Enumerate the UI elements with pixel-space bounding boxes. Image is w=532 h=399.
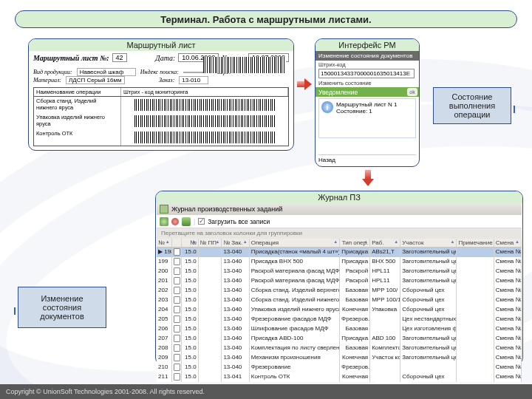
search-label: Индекс поиска: <box>140 69 179 75</box>
route-number: 42 <box>112 53 127 62</box>
route-barcode <box>203 57 286 73</box>
barcode-label: Штрих-код <box>318 61 416 68</box>
callout-operation-state: Состояниевыполненияоперации <box>433 87 511 124</box>
table-row[interactable]: 21115.013-041Контроль ОТККонечнаяСборочн… <box>157 372 522 382</box>
journal-table[interactable]: №▲ №▲ № ПП▲ № Зак.▲ Операция▲ Тип опер.▲… <box>157 239 522 382</box>
back-button[interactable]: Назад <box>318 154 416 163</box>
document-icon <box>174 296 180 304</box>
document-icon <box>174 325 180 332</box>
document-icon <box>174 354 180 361</box>
barcode-icon <box>134 115 275 127</box>
document-icon <box>174 373 180 381</box>
col-barcode: Штрих - код мониторинга <box>121 88 288 96</box>
col-smena[interactable]: Смена <box>496 239 514 246</box>
route-sheet-panel: Маршрутный лист Маршрутный лист №: 42 Да… <box>28 38 294 151</box>
document-icon <box>174 344 180 352</box>
route-row-label: Сборка станд. Изделий нижнего яруса <box>34 97 121 113</box>
table-row[interactable]: 20815.013-040Комплектация по листу сверл… <box>157 344 522 353</box>
table-row[interactable]: 20215.013-040Сборка станд. Изделий верхн… <box>157 286 522 296</box>
table-row[interactable]: 20715.013-040Присадка ABD-100ПрисадкаABD… <box>157 334 522 344</box>
order-value: 13-010 <box>179 76 208 84</box>
table-row[interactable]: 20615.013-040Шлифование фасадов МДФБазов… <box>157 324 522 334</box>
notif-line2: Состояние: 1 <box>336 108 397 115</box>
table-row[interactable]: 20415.013-040Упаковка изделий нижнего яр… <box>157 305 522 315</box>
col-npp[interactable]: № ПП <box>200 239 216 246</box>
callout-line: операции <box>454 110 490 119</box>
load-all-checkbox[interactable] <box>198 218 205 225</box>
callout-line: состояния <box>43 303 81 312</box>
col-rab[interactable]: Раб. <box>372 239 383 246</box>
notification-body: i Маршрутный лист N 1 Состояние: 1 <box>318 98 416 138</box>
stop-icon[interactable] <box>171 218 179 225</box>
document-icon <box>174 306 180 313</box>
col-op-name: Наименование операции <box>34 88 121 96</box>
col-n[interactable]: № <box>158 239 165 246</box>
rm-title: Интерфейс РМ <box>316 39 419 51</box>
document-icon <box>174 267 180 275</box>
footer: Copyright © UnionSoft Technologies 2001-… <box>0 384 532 399</box>
route-row: Сборка станд. Изделий нижнего яруса <box>34 97 288 113</box>
route-row: Упаковка изделий нижнего яруса <box>34 113 288 129</box>
document-icon <box>174 316 180 323</box>
notification-bar: Уведомление ok <box>316 87 419 97</box>
table-row[interactable]: ▶ 19815.013-040Присадка(станок «малый 4 … <box>157 248 522 257</box>
arrow-right-icon <box>297 78 312 90</box>
table-row[interactable]: 20115.013-040Раскрой материала фасад МДФ… <box>157 276 522 286</box>
route-row: Контроль ОТК <box>34 129 288 146</box>
journal-toolbar: | Загрузить все записи <box>157 215 522 228</box>
col-note[interactable]: Примечание <box>458 239 492 246</box>
refresh-icon[interactable] <box>160 217 168 226</box>
table-row[interactable]: 20515.013-040Фрезерование фасадов МДФФре… <box>157 315 522 324</box>
table-row[interactable]: 20315.013-040Сборка станд. Изделий нижне… <box>157 296 522 305</box>
notification-label: Уведомление <box>316 89 407 96</box>
callout-line: Изменение <box>41 294 83 303</box>
route-number-label: Маршрутный лист №: <box>33 54 109 62</box>
journal-window-titlebar: Журнал производственных заданий <box>157 203 522 215</box>
material-label: Материал: <box>33 77 61 83</box>
page-title: Терминал. Работа с маршрутными листами. <box>15 10 517 28</box>
arrow-down-icon <box>362 170 374 186</box>
col-uch[interactable]: Участок <box>402 239 423 246</box>
load-all-label: Загрузить все записи <box>208 218 270 225</box>
order-label: Заказ: <box>159 77 174 83</box>
document-icon <box>174 248 180 256</box>
material-value: ЛДСП Серый 16мм <box>66 76 125 84</box>
document-icon <box>174 258 180 265</box>
barcode-icon <box>134 132 275 143</box>
callout-line: выполнения <box>449 101 495 110</box>
date-label: Дата: <box>155 54 175 62</box>
table-row[interactable]: 21015.013-040ФрезерованиеФрезеров.Смена … <box>157 363 522 372</box>
barcode-icon <box>134 99 275 111</box>
route-row-label: Упаковка изделий нижнего яруса <box>34 113 121 129</box>
table-header[interactable]: №▲ №▲ № ПП▲ № Зак.▲ Операция▲ Тип опер.▲… <box>157 239 522 248</box>
info-icon: i <box>321 101 333 113</box>
table-row[interactable]: 20915.013-040Механизм произношенияКонечн… <box>157 353 522 363</box>
col-op[interactable]: Операция <box>251 239 279 246</box>
callout-line: Состояние <box>452 92 493 101</box>
callout-line: документов <box>40 312 83 321</box>
document-icon <box>174 287 180 294</box>
rm-header: Изменение состояния документов <box>316 51 419 61</box>
table-row[interactable]: 20015.013-040Раскрой материала фасад МДФ… <box>157 267 522 276</box>
journal-title: Журнал ПЗ <box>156 191 522 203</box>
document-icon <box>174 335 180 342</box>
prod-label: Вид продукции: <box>33 69 72 75</box>
route-sheet-title: Маршрутный лист <box>29 39 293 51</box>
notif-line1: Маршрутный лист N 1 <box>336 101 397 108</box>
table-row[interactable]: 19915.013-040Присадка BHX 500ПрисадкаBHX… <box>157 257 522 267</box>
interface-rm-panel: Интерфейс РМ Изменение состояния докумен… <box>315 38 420 167</box>
ok-button[interactable]: ok <box>407 88 417 96</box>
window-icon <box>160 205 168 214</box>
change-state-label: Изменить состояние <box>318 80 416 86</box>
journal-window-title: Журнал производственных заданий <box>171 205 282 213</box>
route-ops-table: Наименование операции Штрих - код монито… <box>33 87 289 146</box>
document-icon <box>174 277 180 284</box>
callout-doc-state: Изменениесостояниядокументов <box>18 287 106 328</box>
document-icon <box>174 364 180 371</box>
route-row-label: Контроль ОТК <box>34 129 121 146</box>
barcode-input[interactable] <box>318 69 415 78</box>
col-nz[interactable]: № Зак. <box>223 239 242 246</box>
reload-icon[interactable] <box>182 217 191 226</box>
journal-panel: Журнал ПЗ Журнал производственных задани… <box>155 191 523 365</box>
group-hint: Перетащите на заголовок колонки для груп… <box>157 228 522 239</box>
